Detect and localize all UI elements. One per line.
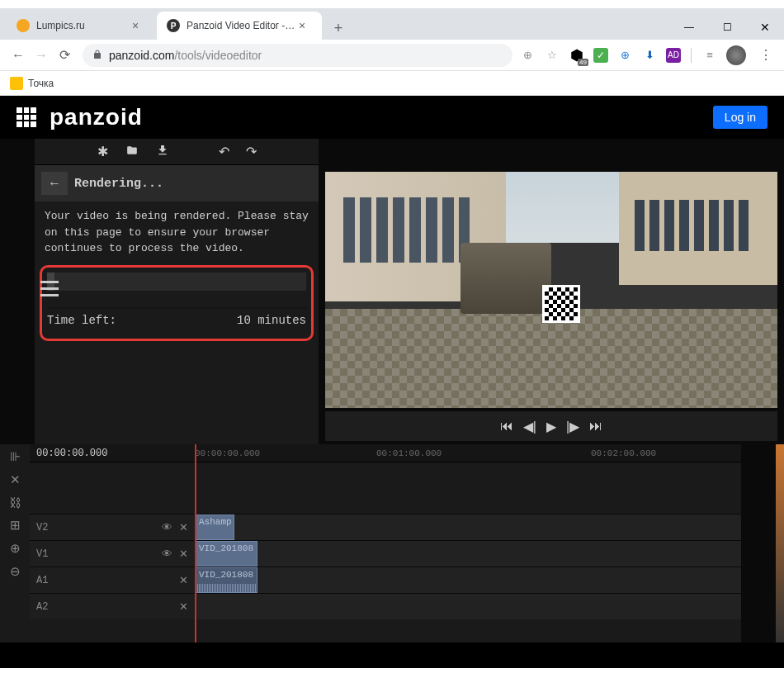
browser-tab-bar: Lumpics.ru × P Panzoid Video Editor - Ed… [0,8,784,40]
bookmarks-bar: Точка [0,71,784,96]
zoom-in-icon[interactable]: ⊕ [10,541,21,556]
close-icon[interactable]: ✕ [179,600,188,613]
bookmark-label: Точка [28,78,54,89]
play-icon[interactable]: ▶ [546,419,556,434]
panel-header: ← Rendering... [35,165,319,202]
time-label: Time left: [47,314,116,327]
eye-icon[interactable]: 👁 [162,548,172,560]
download-icon[interactable] [156,144,169,160]
ext-adblock-icon[interactable]: 49 [569,47,585,64]
folder-icon [10,77,23,90]
delete-icon[interactable]: ✕ [10,472,21,487]
preview-area: ⏮ ◀| ▶ |▶ ⏭ [319,139,784,444]
timeline-area: ⊪ ✕ ⛓ ⊞ ⊕ ⊖ 00:00:00.000 00:00:00.000 00… [0,444,784,642]
panel-title: Rendering... [74,177,163,191]
redo-icon[interactable]: ↷ [246,144,257,159]
hamburger-icon[interactable] [33,273,66,304]
favicon [17,19,30,32]
prev-frame-icon[interactable]: ◀| [523,419,536,434]
time-current: 00:00:00.000 [30,448,195,459]
forward-button[interactable]: → [30,44,53,67]
tab-panzoid[interactable]: P Panzoid Video Editor - Edit Videos × [157,12,322,40]
favicon: P [167,19,180,32]
back-button[interactable]: ← [7,44,30,67]
tab-title: Panzoid Video Editor - Edit Videos [187,20,295,31]
track-A2[interactable]: A2✕ [30,593,741,619]
sidebar-narrow [0,139,35,444]
progress-bar [47,273,306,291]
app-header: panzoid Log in [0,96,784,139]
time-value: 10 minutes [237,314,306,327]
url-text: panzoid.com/tools/videoeditor [109,49,262,62]
ext-green-icon[interactable]: ✓ [593,48,608,63]
highlight-box: Time left: 10 minutes [40,265,314,341]
ext-purple-icon[interactable]: AD [666,48,681,63]
login-button[interactable]: Log in [713,106,767,129]
close-icon[interactable]: × [299,19,312,32]
tab-title: Lumpics.ru [36,20,129,31]
clip[interactable]: VID_201808 [195,567,257,593]
track-label: A1 [36,575,172,586]
adjust-icon[interactable]: ⊪ [10,449,21,464]
ext-download-icon[interactable]: ⬇ [641,47,658,64]
track-V2[interactable]: V2👁✕Ashamp [30,514,741,540]
address-bar: ← → ⟳ panzoid.com/tools/videoeditor ⊕ ☆ … [0,40,784,71]
app-grid-icon[interactable] [17,107,36,127]
reading-list-icon[interactable]: ≡ [701,47,718,64]
skip-end-icon[interactable]: ⏭ [589,419,602,434]
qr-code [542,285,580,323]
track-V1[interactable]: V1👁✕VID_201808 [30,540,741,567]
eye-icon[interactable]: 👁 [162,521,172,533]
player-controls: ⏮ ◀| ▶ |▶ ⏭ [325,411,777,441]
undo-icon[interactable]: ↶ [219,144,229,159]
skip-start-icon[interactable]: ⏮ [500,419,513,434]
ext-blue-icon[interactable]: ⊕ [616,47,633,64]
right-strip [741,444,784,642]
track-label: A2 [36,601,172,613]
browser-menu-button[interactable]: ⋮ [754,47,777,63]
video-preview[interactable] [325,172,777,408]
track-label: V2 [36,522,155,533]
star-icon[interactable]: ☆ [544,47,560,64]
avatar[interactable] [726,45,746,65]
minimize-button[interactable]: — [670,15,708,40]
time-marker: 00:00:00.000 [195,448,260,458]
toolbar: ✱ ↶ ↷ [35,139,319,165]
ext-icon[interactable]: ⊕ [519,47,536,64]
zoom-out-icon[interactable]: ⊖ [10,564,21,579]
time-ruler[interactable]: 00:00:00.000 00:00:00.000 00:01:00.000 0… [30,444,741,462]
time-marker: 00:02:00.000 [591,448,656,458]
clip[interactable]: VID_201808 [195,541,257,567]
clip[interactable]: Ashamp [195,514,234,540]
close-icon[interactable]: ✕ [179,548,188,560]
close-icon[interactable]: ✕ [179,574,188,586]
playhead[interactable] [195,444,196,642]
track-label: V1 [36,548,155,560]
timeline-tools: ⊪ ✕ ⛓ ⊞ ⊕ ⊖ [0,444,30,642]
folder-icon[interactable] [125,145,139,159]
link-icon[interactable]: ⛓ [9,495,21,510]
app-logo: panzoid [50,104,143,130]
close-icon[interactable]: ✕ [179,521,188,533]
left-panel: ✱ ↶ ↷ ← Rendering... Your video is being… [35,139,319,444]
url-field[interactable]: panzoid.com/tools/videoeditor [83,44,512,67]
close-window-button[interactable]: ✕ [746,15,784,40]
maximize-button[interactable]: ☐ [708,15,746,40]
new-icon[interactable]: ✱ [97,144,108,159]
close-icon[interactable]: × [132,19,145,32]
back-button[interactable]: ← [41,172,68,195]
next-frame-icon[interactable]: |▶ [566,419,579,434]
time-marker: 00:01:00.000 [376,448,442,458]
new-tab-button[interactable]: + [327,17,350,40]
snap-icon[interactable]: ⊞ [10,518,21,533]
reload-button[interactable]: ⟳ [53,44,76,67]
track-A1[interactable]: A1✕VID_201808 [30,567,741,593]
bookmark-tochka[interactable]: Точка [10,77,54,90]
tab-lumpics[interactable]: Lumpics.ru × [7,12,155,40]
lock-icon [92,48,102,63]
render-message: Your video is being rendered. Please sta… [35,202,319,263]
